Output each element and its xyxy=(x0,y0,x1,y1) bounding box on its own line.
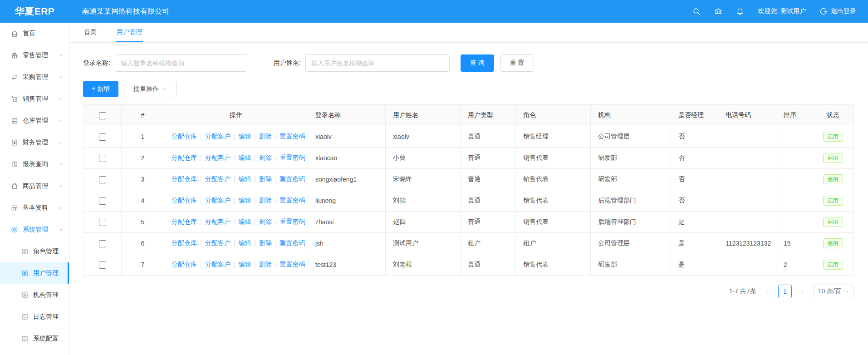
col-status: 状态 xyxy=(812,105,854,126)
sidebar-item-retail[interactable]: 零售管理 xyxy=(0,44,69,66)
delete-link[interactable]: 删除 xyxy=(259,261,272,268)
sidebar-item-goods[interactable]: 商品管理 xyxy=(0,175,69,197)
reset-password-link[interactable]: 重置密码 xyxy=(280,175,305,182)
sidebar-item-basic[interactable]: 基本资料 xyxy=(0,197,69,219)
row-index: 7 xyxy=(122,254,164,276)
bank-icon[interactable] xyxy=(714,7,722,15)
status-badge[interactable]: 启用 xyxy=(823,217,843,227)
edit-link[interactable]: 编辑 xyxy=(238,218,251,225)
cell-phone xyxy=(718,254,776,276)
table-row: 6 分配仓库|分配客户|编辑|删除|重置密码 jsh 测试用户 租户 租户 公司… xyxy=(83,233,854,254)
sidebar-item-sale[interactable]: 销售管理 xyxy=(0,88,69,110)
delete-link[interactable]: 删除 xyxy=(259,218,272,225)
swap-arrows-icon xyxy=(11,74,18,81)
sidebar-item-report[interactable]: 报表查询 xyxy=(0,153,69,175)
tab-user-mgmt[interactable]: 用户管理 xyxy=(116,23,143,42)
delete-link[interactable]: 删除 xyxy=(259,239,272,247)
assign-customer-link[interactable]: 分配客户 xyxy=(205,239,230,247)
bell-icon[interactable] xyxy=(736,7,744,15)
sidebar-item-role-mgmt[interactable]: 角色管理 xyxy=(0,241,69,262)
sidebar-item-user-mgmt[interactable]: 用户管理 xyxy=(0,262,69,284)
logout-button[interactable]: 退出登录 xyxy=(819,7,856,15)
sidebar-item-system[interactable]: 系统管理 xyxy=(0,219,69,241)
edit-link[interactable]: 编辑 xyxy=(238,154,251,161)
row-checkbox[interactable] xyxy=(99,261,106,269)
tab-home[interactable]: 首页 xyxy=(83,23,98,42)
reset-password-link[interactable]: 重置密码 xyxy=(280,197,305,204)
select-all-checkbox[interactable] xyxy=(99,112,106,119)
query-button[interactable]: 查 询 xyxy=(461,54,494,72)
cell-manager: 否 xyxy=(671,126,718,148)
edit-link[interactable]: 编辑 xyxy=(238,197,251,204)
sidebar-item-log-mgmt[interactable]: 日志管理 xyxy=(0,306,69,328)
chevron-down-icon xyxy=(59,206,63,210)
row-index: 1 xyxy=(122,126,164,148)
delete-link[interactable]: 删除 xyxy=(259,197,272,204)
edit-link[interactable]: 编辑 xyxy=(238,133,251,140)
assign-warehouse-link[interactable]: 分配仓库 xyxy=(172,261,197,268)
cell-type: 普通 xyxy=(461,254,516,276)
add-button[interactable]: + 新增 xyxy=(83,81,118,97)
assign-customer-link[interactable]: 分配客户 xyxy=(205,175,230,182)
assign-customer-link[interactable]: 分配客户 xyxy=(205,218,230,225)
status-badge[interactable]: 启用 xyxy=(823,238,843,248)
assign-warehouse-link[interactable]: 分配仓库 xyxy=(172,239,197,247)
delete-link[interactable]: 删除 xyxy=(259,154,272,161)
search-icon[interactable] xyxy=(692,7,701,15)
grid-table-icon xyxy=(11,204,18,212)
cell-org: 公司管理层 xyxy=(591,233,671,254)
reset-password-link[interactable]: 重置密码 xyxy=(280,133,305,140)
next-page-button[interactable] xyxy=(796,285,809,298)
status-badge[interactable]: 启用 xyxy=(823,132,843,142)
cell-type: 普通 xyxy=(461,126,516,148)
reset-password-link[interactable]: 重置密码 xyxy=(280,218,305,225)
assign-customer-link[interactable]: 分配客户 xyxy=(205,133,230,140)
sidebar-item-label: 财务管理 xyxy=(23,138,48,147)
batch-actions-button[interactable]: 批量操作 xyxy=(124,81,177,97)
status-badge[interactable]: 启用 xyxy=(823,153,843,163)
assign-warehouse-link[interactable]: 分配仓库 xyxy=(172,175,197,182)
edit-link[interactable]: 编辑 xyxy=(238,175,251,182)
assign-customer-link[interactable]: 分配客户 xyxy=(205,197,230,204)
reset-button[interactable]: 重 置 xyxy=(500,54,534,72)
login-name-input[interactable] xyxy=(115,54,247,72)
row-checkbox[interactable] xyxy=(99,197,106,205)
assign-warehouse-link[interactable]: 分配仓库 xyxy=(172,218,197,225)
reset-password-link[interactable]: 重置密码 xyxy=(280,154,305,161)
row-checkbox[interactable] xyxy=(99,176,106,183)
reset-password-link[interactable]: 重置密码 xyxy=(280,239,305,247)
sidebar-item-label: 首页 xyxy=(23,30,35,38)
delete-link[interactable]: 删除 xyxy=(259,133,272,140)
edit-link[interactable]: 编辑 xyxy=(238,261,251,268)
sidebar-item-system-config[interactable]: 系统配置 xyxy=(0,328,69,350)
assign-warehouse-link[interactable]: 分配仓库 xyxy=(172,154,197,161)
welcome-text: 欢迎您, 测试用户 xyxy=(758,7,806,15)
sidebar-item-org-mgmt[interactable]: 机构管理 xyxy=(0,284,69,306)
assign-warehouse-link[interactable]: 分配仓库 xyxy=(172,133,197,140)
assign-customer-link[interactable]: 分配客户 xyxy=(205,261,230,268)
cell-role: 租户 xyxy=(516,233,591,254)
cell-org: 研发部 xyxy=(591,254,671,276)
cell-sort: 2 xyxy=(776,254,812,276)
status-badge[interactable]: 启用 xyxy=(823,260,843,270)
assign-warehouse-link[interactable]: 分配仓库 xyxy=(172,197,197,204)
sidebar-item-purchase[interactable]: 采购管理 xyxy=(0,66,69,88)
row-checkbox[interactable] xyxy=(99,133,106,141)
sidebar-item-finance[interactable]: 财务管理 xyxy=(0,132,69,153)
assign-customer-link[interactable]: 分配客户 xyxy=(205,154,230,161)
status-badge[interactable]: 启用 xyxy=(823,174,843,184)
sidebar-item-home[interactable]: 首页 xyxy=(0,23,69,44)
page-size-select[interactable]: 10 条/页 xyxy=(814,285,853,298)
row-checkbox[interactable] xyxy=(99,219,106,226)
row-checkbox[interactable] xyxy=(99,155,106,162)
row-checkbox[interactable] xyxy=(99,240,106,247)
reset-password-link[interactable]: 重置密码 xyxy=(280,261,305,268)
delete-link[interactable]: 删除 xyxy=(259,175,272,182)
page-number[interactable]: 1 xyxy=(778,285,792,298)
sidebar-item-warehouse[interactable]: 仓库管理 xyxy=(0,110,69,132)
prev-page-button[interactable] xyxy=(761,285,774,298)
user-name-input[interactable] xyxy=(305,54,450,72)
col-org: 机构 xyxy=(591,105,671,126)
edit-link[interactable]: 编辑 xyxy=(238,239,251,247)
status-badge[interactable]: 启用 xyxy=(823,196,843,206)
